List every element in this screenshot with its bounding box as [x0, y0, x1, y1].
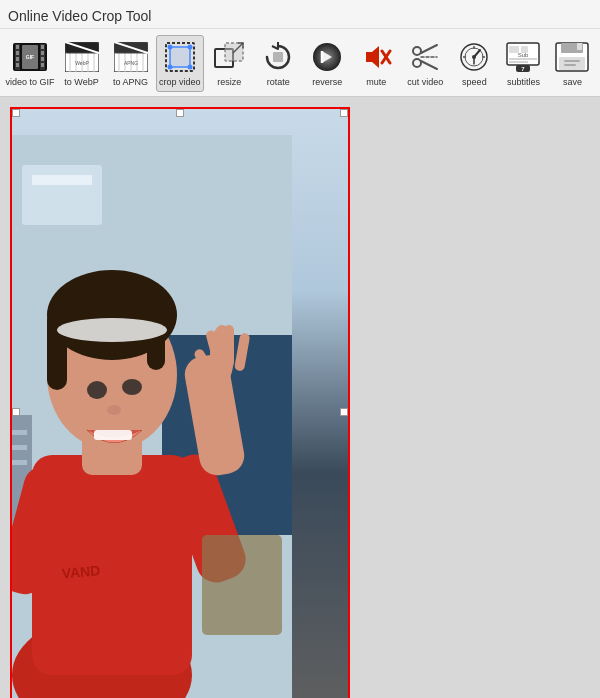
clapper-icon-apng: APNG: [113, 39, 149, 75]
film-icon: GIF: [12, 39, 48, 75]
clapper-icon-webp: WebP: [64, 39, 100, 75]
crop-handle-top-middle[interactable]: [176, 109, 184, 117]
tool-label-mute: mute: [366, 77, 386, 88]
svg-rect-72: [564, 60, 580, 62]
tool-rotate[interactable]: rotate: [255, 35, 302, 92]
svg-point-48: [413, 59, 421, 67]
svg-rect-40: [273, 52, 283, 62]
svg-rect-7: [41, 45, 44, 49]
svg-point-91: [122, 379, 142, 395]
svg-rect-70: [577, 43, 582, 50]
rotate-icon: [260, 39, 296, 75]
crop-handle-top-left[interactable]: [12, 109, 20, 117]
tool-label-to-apng: to APNG: [113, 77, 148, 88]
svg-text:Sub: Sub: [518, 52, 529, 58]
svg-rect-80: [10, 445, 27, 450]
svg-rect-5: [16, 57, 19, 61]
crop-handle-middle-right[interactable]: [340, 408, 348, 416]
svg-rect-103: [202, 535, 282, 635]
tool-crop-video[interactable]: crop video: [156, 35, 204, 92]
svg-point-56: [472, 55, 476, 59]
tool-video-to-gif[interactable]: GIF video to GIF: [4, 35, 56, 92]
tool-cut-video[interactable]: cut video: [402, 35, 449, 92]
svg-point-35: [167, 65, 172, 70]
crop-handle-middle-left[interactable]: [12, 408, 20, 416]
person-silhouette: VAND: [10, 135, 292, 698]
tool-label-cut-video: cut video: [407, 77, 443, 88]
svg-text:VAND: VAND: [61, 562, 101, 581]
tool-label-to-webp: to WebP: [64, 77, 98, 88]
resize-icon: [211, 39, 247, 75]
svg-rect-98: [224, 325, 234, 367]
svg-rect-87: [47, 310, 67, 390]
tool-reverse[interactable]: reverse: [304, 35, 351, 92]
save-icon: [554, 39, 590, 75]
svg-rect-6: [16, 63, 19, 67]
subtitles-icon: Sub 7: [505, 39, 541, 75]
mute-icon: [358, 39, 394, 75]
svg-line-49: [421, 45, 437, 53]
tool-resize[interactable]: resize: [206, 35, 253, 92]
svg-rect-77: [32, 175, 92, 185]
tool-save[interactable]: save: [549, 35, 596, 92]
reverse-icon: [309, 39, 345, 75]
svg-point-92: [107, 405, 121, 415]
tool-mute[interactable]: mute: [353, 35, 400, 92]
svg-rect-81: [10, 460, 27, 465]
svg-point-90: [87, 381, 107, 399]
svg-point-89: [57, 318, 167, 342]
crop-icon: [162, 39, 198, 75]
svg-rect-3: [16, 45, 19, 49]
tool-label-save: save: [563, 77, 582, 88]
svg-point-33: [167, 45, 172, 50]
tool-label-rotate: rotate: [267, 77, 290, 88]
tool-speed[interactable]: speed: [451, 35, 498, 92]
app-title: Online Video Crop Tool: [8, 8, 151, 24]
svg-text:APNG: APNG: [123, 60, 137, 66]
svg-rect-93: [94, 430, 132, 440]
tool-label-subtitles: subtitles: [507, 77, 540, 88]
speed-icon: [456, 39, 492, 75]
svg-rect-10: [41, 63, 44, 67]
crop-handle-top-right[interactable]: [340, 109, 348, 117]
svg-text:WebP: WebP: [75, 60, 89, 66]
tool-label-crop-video: crop video: [159, 77, 201, 88]
tool-subtitles[interactable]: Sub 7 subtitles: [500, 35, 547, 92]
tool-label-resize: resize: [217, 77, 241, 88]
svg-rect-9: [41, 57, 44, 61]
svg-rect-4: [16, 51, 19, 55]
video-container[interactable]: VAND: [10, 107, 350, 698]
svg-point-36: [187, 65, 192, 70]
svg-rect-79: [10, 430, 27, 435]
svg-line-50: [421, 61, 437, 69]
toolbar: GIF video to GIF WebP to WebP: [0, 29, 600, 97]
tool-to-apng[interactable]: APNG to APNG: [107, 35, 154, 92]
tool-label-speed: speed: [462, 77, 487, 88]
svg-marker-44: [366, 46, 379, 68]
svg-rect-76: [22, 165, 102, 225]
app-header: Online Video Crop Tool: [0, 0, 600, 29]
svg-rect-88: [147, 310, 165, 370]
svg-point-34: [187, 45, 192, 50]
tool-to-webp[interactable]: WebP to WebP: [58, 35, 105, 92]
cut-icon: [407, 39, 443, 75]
canvas-area: VAND: [0, 97, 600, 698]
svg-rect-71: [559, 57, 585, 70]
svg-rect-32: [170, 47, 190, 67]
svg-rect-8: [41, 51, 44, 55]
svg-text:GIF: GIF: [26, 54, 34, 60]
tool-label-reverse: reverse: [312, 77, 342, 88]
tool-label-video-to-gif: video to GIF: [5, 77, 54, 88]
svg-rect-73: [564, 64, 576, 66]
svg-point-47: [413, 47, 421, 55]
